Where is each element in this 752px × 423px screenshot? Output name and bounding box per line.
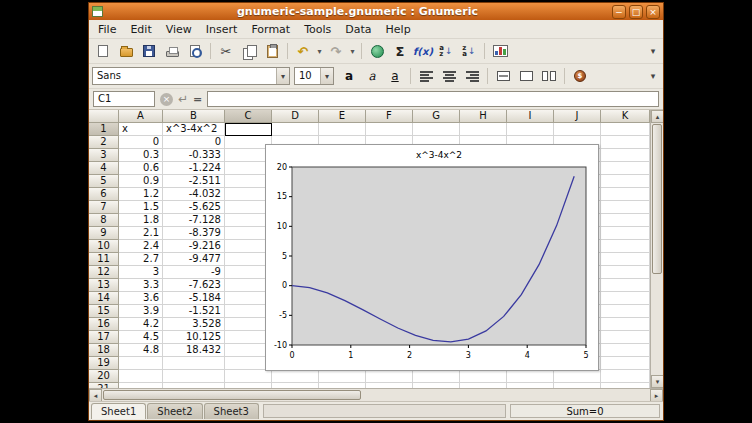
cell-K12[interactable] [601, 266, 650, 279]
cell-K18[interactable] [601, 344, 650, 357]
cell-A13[interactable]: 3.3 [119, 279, 163, 292]
cell-E21[interactable] [319, 383, 366, 388]
paste-button[interactable] [261, 41, 283, 62]
column-header-D[interactable]: D [272, 110, 319, 123]
undo-dropdown[interactable]: ▾ [315, 41, 324, 62]
font-name-select[interactable]: Sans ▾ [92, 67, 290, 85]
cell-A15[interactable]: 3.9 [119, 305, 163, 318]
hscroll-track[interactable] [362, 389, 650, 401]
cell-B12[interactable]: -9 [163, 266, 225, 279]
menu-help[interactable]: Help [379, 21, 418, 38]
cell-B1[interactable]: x^3-4x^2 [163, 123, 225, 136]
tab-sheet2[interactable]: Sheet2 [147, 403, 202, 419]
cell-A4[interactable]: 0.6 [119, 162, 163, 175]
menu-view[interactable]: View [159, 21, 199, 38]
horizontal-scrollbar[interactable]: ◂ ▸ [89, 388, 663, 401]
cell-B9[interactable]: -8.379 [163, 227, 225, 240]
cell-K2[interactable] [601, 136, 650, 149]
row-header-17[interactable]: 17 [89, 331, 119, 344]
cell-K3[interactable] [601, 149, 650, 162]
cell-B13[interactable]: -7.623 [163, 279, 225, 292]
cell-G1[interactable] [413, 123, 460, 136]
cell-H1[interactable] [460, 123, 507, 136]
italic-button[interactable]: a [361, 66, 383, 87]
cell-A6[interactable]: 1.2 [119, 188, 163, 201]
cell-K6[interactable] [601, 188, 650, 201]
cell-B21[interactable] [163, 383, 225, 388]
cut-button[interactable]: ✂ [215, 41, 237, 62]
row-header-7[interactable]: 7 [89, 201, 119, 214]
cell-B2[interactable]: 0 [163, 136, 225, 149]
row-header-1[interactable]: 1 [89, 123, 119, 136]
open-button[interactable] [115, 41, 137, 62]
cell-K20[interactable] [601, 370, 650, 383]
column-header-J[interactable]: J [554, 110, 601, 123]
cell-K16[interactable] [601, 318, 650, 331]
cell-F20[interactable] [366, 370, 413, 383]
cell-I21[interactable] [507, 383, 554, 388]
minimize-button[interactable]: − [612, 5, 626, 19]
cell-B19[interactable] [163, 357, 225, 370]
cell-A16[interactable]: 4.2 [119, 318, 163, 331]
cell-B14[interactable]: -5.184 [163, 292, 225, 305]
save-button[interactable] [138, 41, 160, 62]
redo-button[interactable]: ↷ [325, 41, 347, 62]
row-header-21[interactable]: 21 [89, 383, 119, 388]
cell-B11[interactable]: -9.477 [163, 253, 225, 266]
cell-A10[interactable]: 2.4 [119, 240, 163, 253]
row-header-19[interactable]: 19 [89, 357, 119, 370]
merge-cells-button[interactable] [515, 66, 537, 87]
menu-edit[interactable]: Edit [123, 21, 158, 38]
vertical-scrollbar[interactable]: ▴ ▾ [650, 110, 663, 388]
chevron-down-icon[interactable]: ▾ [320, 68, 333, 84]
menu-file[interactable]: File [91, 21, 123, 38]
toolbar-overflow-button[interactable]: ▾ [646, 46, 660, 56]
sort-descending-button[interactable]: za ↓ [458, 41, 480, 62]
vscroll-track[interactable] [651, 275, 663, 375]
bold-button[interactable]: a [338, 66, 360, 87]
cell-E20[interactable] [319, 370, 366, 383]
column-header-C[interactable]: C [225, 110, 272, 123]
cell-B5[interactable]: -2.511 [163, 175, 225, 188]
split-cells-button[interactable] [538, 66, 560, 87]
cell-K9[interactable] [601, 227, 650, 240]
sort-ascending-button[interactable]: az ↓ [435, 41, 457, 62]
align-center-button[interactable] [438, 66, 460, 87]
cell-D21[interactable] [272, 383, 319, 388]
row-header-11[interactable]: 11 [89, 253, 119, 266]
cell-A1[interactable]: x [119, 123, 163, 136]
row-header-14[interactable]: 14 [89, 292, 119, 305]
vscroll-thumb[interactable] [652, 124, 662, 274]
cell-J21[interactable] [554, 383, 601, 388]
menu-data[interactable]: Data [338, 21, 378, 38]
cell-K8[interactable] [601, 214, 650, 227]
cell-K15[interactable] [601, 305, 650, 318]
cell-I20[interactable] [507, 370, 554, 383]
cell-B20[interactable] [163, 370, 225, 383]
cell-B3[interactable]: -0.333 [163, 149, 225, 162]
cell-K13[interactable] [601, 279, 650, 292]
center-across-button[interactable] [492, 66, 514, 87]
row-header-2[interactable]: 2 [89, 136, 119, 149]
font-size-select[interactable]: 10 ▾ [294, 67, 334, 85]
row-header-12[interactable]: 12 [89, 266, 119, 279]
cell-A20[interactable] [119, 370, 163, 383]
scroll-up-button[interactable]: ▴ [651, 110, 663, 123]
cell-B16[interactable]: 3.528 [163, 318, 225, 331]
cell-B7[interactable]: -5.625 [163, 201, 225, 214]
row-header-3[interactable]: 3 [89, 149, 119, 162]
cell-J20[interactable] [554, 370, 601, 383]
row-header-16[interactable]: 16 [89, 318, 119, 331]
cell-B10[interactable]: -9.216 [163, 240, 225, 253]
row-header-6[interactable]: 6 [89, 188, 119, 201]
cell-D1[interactable] [272, 123, 319, 136]
cell-A2[interactable]: 0 [119, 136, 163, 149]
cell-K11[interactable] [601, 253, 650, 266]
copy-button[interactable] [238, 41, 260, 62]
row-header-10[interactable]: 10 [89, 240, 119, 253]
row-header-9[interactable]: 9 [89, 227, 119, 240]
cell-D20[interactable] [272, 370, 319, 383]
cell-A9[interactable]: 2.1 [119, 227, 163, 240]
cancel-icon[interactable]: × [160, 93, 173, 106]
cell-C20[interactable] [225, 370, 272, 383]
